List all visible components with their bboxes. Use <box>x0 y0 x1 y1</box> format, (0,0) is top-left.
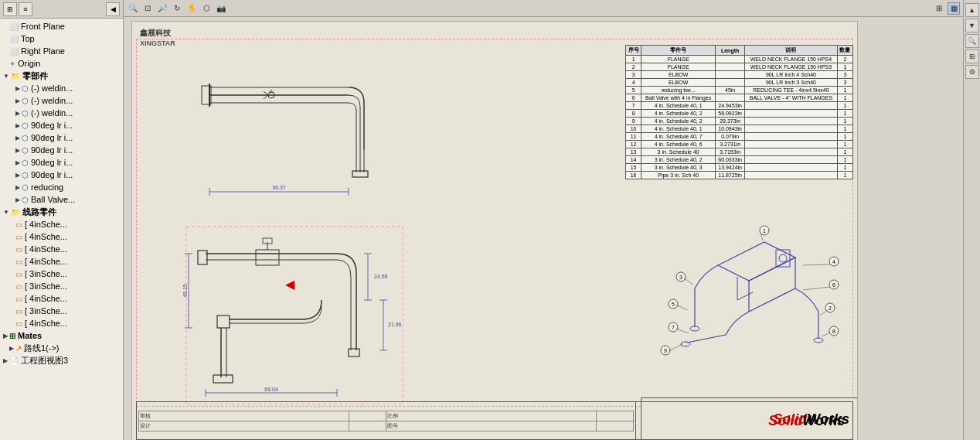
camera-btn[interactable]: 📷 <box>215 2 227 15</box>
sidebar-item-welding3[interactable]: ▶ ⬡ (-) weldin... <box>0 107 123 119</box>
sidebar-item-origin[interactable]: ✦ Origin <box>0 57 123 70</box>
right-panel-up-btn[interactable]: ▲ <box>965 3 979 17</box>
drawing-label: 工程图视图3 <box>21 355 68 367</box>
bom-cell: 8 <box>626 110 641 118</box>
svg-text:2: 2 <box>829 305 832 311</box>
bom-cell: 11.8725in <box>716 172 745 179</box>
sidebar-item-90deg1[interactable]: ▶ ⬡ 90deg lr i... <box>0 119 123 131</box>
sidebar-item-front-plane[interactable]: ⬜ Front Plane <box>0 20 123 32</box>
svg-text:1: 1 <box>763 228 766 234</box>
sidebar-item-90deg2[interactable]: ▶ ⬡ 90deg lr i... <box>0 131 123 144</box>
route-part-icon: ▭ <box>15 233 22 241</box>
sidebar-item-4insche4[interactable]: ▭ [ 4inSche... <box>0 255 123 268</box>
sidebar-item-route1[interactable]: ▶ ↗ 路线1(->) <box>0 342 123 354</box>
bom-cell <box>745 102 838 110</box>
sidebar-section-parts[interactable]: ▼ 📁 零部件 <box>0 70 123 82</box>
company-name-en: XINGSTAR <box>140 39 175 47</box>
view3d-btn[interactable]: ⬡ <box>200 2 213 15</box>
svg-point-54 <box>779 254 787 262</box>
bom-cell: 29.373in <box>716 118 745 125</box>
sidebar-item-right-plane[interactable]: ⬜ Right Plane <box>0 45 123 57</box>
svg-text:4: 4 <box>832 259 835 264</box>
svg-text:7: 7 <box>672 325 675 330</box>
drawing-canvas[interactable]: 鑫屐科技 XINGSTAR 序号 零件号 Length 说明 数量 <box>124 17 963 440</box>
right-panel-layers-btn[interactable]: ⊞ <box>965 49 979 63</box>
rotate-btn[interactable]: ↻ <box>171 2 183 15</box>
parts-folder-icon: 📁 <box>11 72 20 80</box>
sidebar-collapse-btn[interactable]: ◀ <box>106 2 120 16</box>
sidebar-item-4insche3[interactable]: ▭ [ 4inSche... <box>0 243 123 255</box>
sidebar-grid-btn[interactable]: ⊞ <box>3 2 17 16</box>
bom-cell: 4 in. Schedule 40, 1 <box>641 125 716 133</box>
sidebar-tree: ⬜ Front Plane ⬜ Top ⬜ Right Plane ✦ Orig… <box>0 19 123 440</box>
sidebar-section-mates[interactable]: ▶ ⊞ Mates <box>0 329 123 342</box>
sidebar-item-3insche1[interactable]: ▭ [ 3inSche... <box>0 268 123 280</box>
right-panel-down-btn[interactable]: ▼ <box>965 19 979 32</box>
sidebar-item-90deg4[interactable]: ▶ ⬡ 90deg lr i... <box>0 156 123 169</box>
svg-text:69.04: 69.04 <box>264 387 278 392</box>
plane-icon: ⬜ <box>9 35 19 43</box>
right-panel-settings-btn[interactable]: ⚙ <box>965 65 979 79</box>
sidebar-item-3insche3[interactable]: ▭ [ 3inSche... <box>0 305 123 317</box>
sidebar-item-4insche5[interactable]: ▭ [ 4inSche... <box>0 292 123 305</box>
bom-cell: 1 <box>837 102 852 110</box>
bom-cell: 60.0333in <box>716 156 745 164</box>
bom-cell: 3 in. Schedule 40, 2 <box>641 156 716 164</box>
bom-cell: 1 <box>837 87 852 94</box>
layers-btn[interactable]: ⊞ <box>933 2 945 15</box>
sidebar-item-drawing[interactable]: ▶ 📄 工程图视图3 <box>0 354 123 367</box>
sidebar-item-4insche6[interactable]: ▭ [ 4inSche... <box>0 317 123 329</box>
sidebar-item-3insche2[interactable]: ▭ [ 3inSche... <box>0 280 123 292</box>
route-part-icon: ▭ <box>15 295 22 303</box>
bom-cell: 11 <box>626 133 641 141</box>
90deg1-arrow: ▶ <box>15 122 20 129</box>
bom-col-qty: 数量 <box>837 46 852 56</box>
sidebar-list-btn[interactable]: ≡ <box>19 2 32 16</box>
welding1-label: (-) weldin... <box>31 84 73 93</box>
svg-rect-33 <box>349 349 359 356</box>
part-icon: ⬡ <box>22 159 29 167</box>
sidebar-item-90deg5[interactable]: ▶ ⬡ 90deg lr i... <box>0 169 123 181</box>
right-panel: ▲ ▼ 🔍 ⊞ ⚙ <box>963 0 980 440</box>
right-panel-zoom-btn[interactable]: 🔍 <box>965 34 979 48</box>
sidebar-section-route[interactable]: ▼ 📁 线路零件 <box>0 206 123 218</box>
sidebar-item-90deg3[interactable]: ▶ ⬡ 90deg lr i... <box>0 144 123 156</box>
zoom-in-btn[interactable]: 🔍 <box>127 2 139 15</box>
display-mode-btn[interactable]: ▦ <box>948 2 960 15</box>
bom-cell: 3 in. Schedule 40, 3 <box>641 164 716 172</box>
bom-cell <box>745 133 838 141</box>
part-icon: ⬡ <box>22 183 29 192</box>
svg-line-78 <box>803 287 830 290</box>
reducing-label: reducing <box>31 182 63 192</box>
drawing-view-bottom-left: 45.15 69.04 24.69 21.96 <box>182 223 407 416</box>
part-icon: ⬡ <box>22 109 29 118</box>
sidebar-item-4insche2[interactable]: ▭ [ 4inSche... <box>0 230 123 243</box>
bom-cell: 4 <box>626 79 641 87</box>
origin-label: Origin <box>18 59 40 68</box>
bom-cell <box>745 164 838 172</box>
bom-cell: 7 <box>626 102 641 110</box>
bom-cell: 2 <box>626 63 641 71</box>
svg-text:24.69: 24.69 <box>374 274 388 279</box>
bom-cell: 24.9453in <box>716 102 745 110</box>
svg-text:21.96: 21.96 <box>388 322 402 327</box>
90deg4-arrow: ▶ <box>15 159 20 166</box>
route-part-icon: ▭ <box>15 307 22 316</box>
zoom-fit-btn[interactable]: ⊡ <box>141 2 154 15</box>
part-icon: ⬡ <box>22 97 29 105</box>
svg-line-81 <box>669 344 682 351</box>
bom-col-desc: 说明 <box>745 46 838 56</box>
sidebar-item-reducing[interactable]: ▶ ⬡ reducing <box>0 181 123 193</box>
reducing-arrow: ▶ <box>15 184 20 191</box>
svg-line-74 <box>820 310 828 316</box>
bom-cell: Ball Valve with 4 in Flanges <box>641 94 716 102</box>
plane-icon: ⬜ <box>9 47 19 56</box>
sidebar-item-ballvalve[interactable]: ▶ ⬡ Ball Valve... <box>0 193 123 206</box>
pan-btn[interactable]: ✋ <box>185 2 198 15</box>
3insche1-label: [ 3inSche... <box>25 269 67 278</box>
sidebar-item-top-plane[interactable]: ⬜ Top <box>0 32 123 45</box>
sidebar-item-4insche1[interactable]: ▭ [ 4inSche... <box>0 218 123 230</box>
zoom-out-btn[interactable]: 🔎 <box>156 2 168 15</box>
sidebar-item-welding2[interactable]: ▶ ⬡ (-) weldin... <box>0 94 123 107</box>
sidebar-item-welding1[interactable]: ▶ ⬡ (-) weldin... <box>0 82 123 94</box>
